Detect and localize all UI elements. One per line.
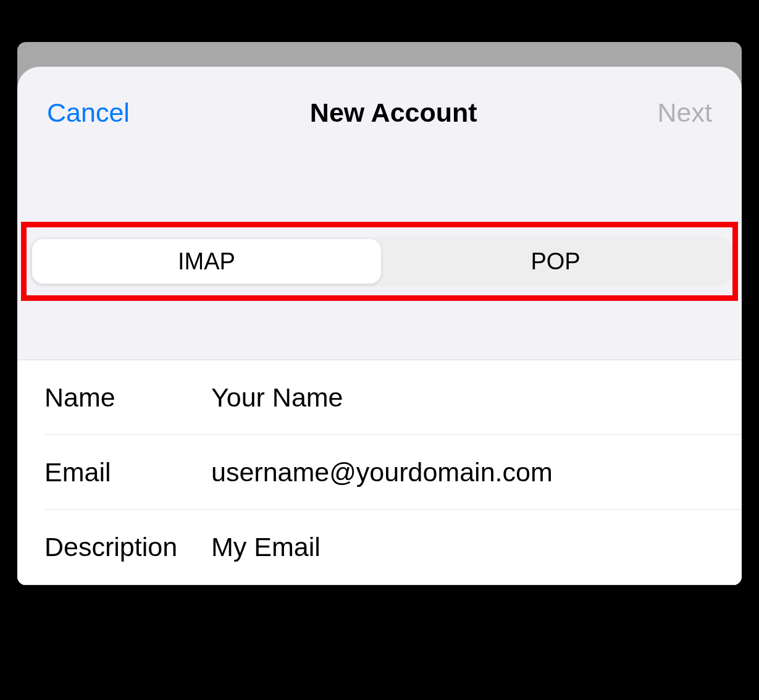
name-input[interactable] xyxy=(211,382,715,413)
new-account-modal: Cancel New Account Next IMAP POP Name Em… xyxy=(17,67,742,585)
email-label: Email xyxy=(44,457,211,487)
segment-pop[interactable]: POP xyxy=(381,239,730,284)
name-row: Name xyxy=(17,360,742,435)
protocol-highlight-box: IMAP POP xyxy=(21,222,738,301)
email-input[interactable] xyxy=(211,457,715,487)
account-details-section: Name Email Description xyxy=(17,360,742,585)
email-row: Email xyxy=(17,435,742,510)
description-label: Description xyxy=(44,532,211,562)
sheet-background-container: Cancel New Account Next IMAP POP Name Em… xyxy=(17,42,742,585)
protocol-segmented-control: IMAP POP xyxy=(30,237,732,286)
modal-header: Cancel New Account Next xyxy=(17,67,742,128)
description-row: Description xyxy=(17,510,742,584)
name-label: Name xyxy=(44,382,211,413)
next-button[interactable]: Next xyxy=(658,98,712,128)
cancel-button[interactable]: Cancel xyxy=(47,98,130,128)
modal-title: New Account xyxy=(310,98,477,128)
segment-imap[interactable]: IMAP xyxy=(32,239,381,284)
description-input[interactable] xyxy=(211,532,715,562)
